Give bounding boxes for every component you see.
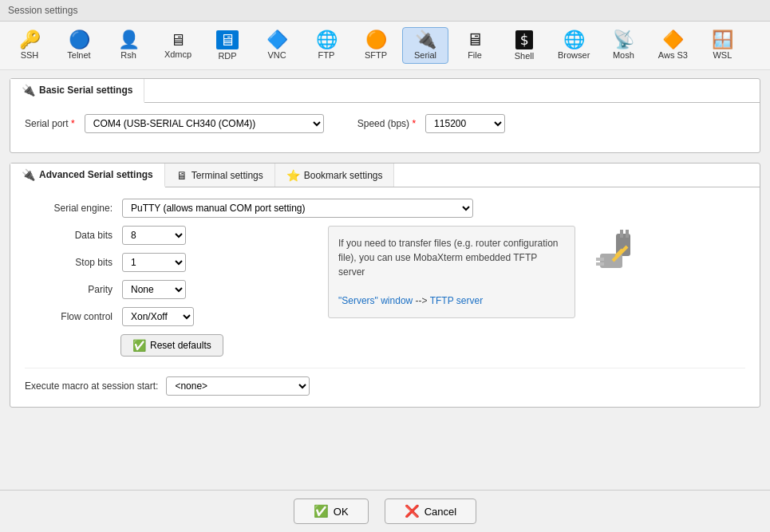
advanced-left: Data bits 8 Stop bits 1 Parity: [25, 226, 312, 357]
xdmcp-label: Xdmcp: [164, 49, 192, 59]
telnet-icon: 🔵: [69, 31, 90, 49]
arrow-text: -->: [416, 295, 428, 306]
serial-label: Serial: [414, 50, 436, 60]
wsl-icon: 🪟: [712, 31, 733, 49]
cancel-label: Cancel: [424, 506, 456, 518]
ftp-label: FTP: [318, 50, 335, 60]
toolbar-item-rsh[interactable]: 👤 Rsh: [105, 27, 152, 64]
ssh-label: SSH: [21, 50, 39, 60]
bookmark-tab-label: Bookmark settings: [304, 170, 383, 181]
toolbar-item-ftp[interactable]: 🌐 FTP: [303, 27, 349, 64]
parity-select[interactable]: None: [122, 280, 186, 299]
data-bits-label: Data bits: [25, 230, 113, 241]
advanced-tab-icon: 🔌: [22, 168, 35, 181]
toolbar-item-serial[interactable]: 🔌 Serial: [402, 27, 448, 64]
reset-label: Reset defaults: [150, 340, 211, 351]
speed-select[interactable]: 115200: [425, 114, 505, 133]
basic-section: 🔌 Basic Serial settings Serial port * CO…: [10, 78, 760, 153]
info-box: If you need to transfer files (e.g. rout…: [328, 226, 575, 318]
awss3-label: Aws S3: [658, 50, 688, 60]
main-content: 🔌 Basic Serial settings Serial port * CO…: [0, 70, 770, 473]
engine-label: Serial engine:: [25, 203, 113, 214]
plugin-icon: [592, 226, 648, 282]
cancel-button[interactable]: ❌ Cancel: [385, 499, 476, 524]
svg-rect-4: [596, 258, 604, 261]
sftp-icon: 🟠: [365, 31, 387, 49]
bookmark-tab-icon: ⭐: [286, 169, 300, 182]
serial-port-row: Serial port * COM4 (USB-SERIAL CH340 (CO…: [25, 114, 745, 133]
toolbar-item-sftp[interactable]: 🟠 SFTP: [353, 27, 399, 64]
basic-section-tabs: 🔌 Basic Serial settings: [10, 79, 760, 103]
awss3-icon: 🔶: [662, 31, 684, 49]
toolbar-item-telnet[interactable]: 🔵 Telnet: [56, 27, 102, 64]
svg-rect-2: [626, 230, 629, 238]
serial-port-required: *: [71, 118, 75, 129]
svg-rect-1: [620, 230, 623, 238]
toolbar-item-rdp[interactable]: 🖥 RDP: [204, 26, 251, 65]
toolbar-item-ssh[interactable]: 🔑 SSH: [6, 27, 53, 64]
advanced-section-tabs: 🔌 Advanced Serial settings 🖥 Terminal se…: [10, 164, 760, 187]
toolbar-item-wsl[interactable]: 🪟 WSL: [699, 27, 745, 64]
engine-select[interactable]: PuTTY (allows manual COM port setting): [122, 199, 473, 218]
vnc-icon: 🔷: [267, 31, 288, 49]
toolbar-item-browser[interactable]: 🌐 Browser: [551, 27, 597, 64]
mosh-icon: 📡: [613, 31, 634, 49]
serial-icon: 🔌: [415, 31, 436, 49]
info-text: If you need to transfer files (e.g. rout…: [338, 238, 558, 278]
toolbar-item-shell[interactable]: $ Shell: [501, 26, 547, 65]
browser-icon: 🌐: [563, 31, 585, 49]
ftp-icon: 🌐: [316, 31, 338, 49]
flow-select[interactable]: Xon/Xoff: [122, 307, 194, 326]
toolbar-item-mosh[interactable]: 📡 Mosh: [600, 27, 646, 64]
advanced-section: 🔌 Advanced Serial settings 🖥 Terminal se…: [10, 163, 760, 408]
plugin-icon-area: [588, 226, 652, 282]
ok-button[interactable]: ✅ OK: [294, 499, 369, 524]
vnc-label: VNC: [267, 50, 286, 60]
mosh-label: Mosh: [613, 50, 634, 60]
ok-label: OK: [334, 506, 349, 518]
stop-bits-select[interactable]: 1: [122, 253, 186, 272]
file-label: File: [468, 50, 482, 60]
data-bits-select[interactable]: 8: [122, 226, 186, 245]
telnet-label: Telnet: [67, 50, 90, 60]
data-bits-row: Data bits 8: [25, 226, 312, 245]
sftp-label: SFTP: [365, 50, 387, 60]
speed-label: Speed (bps) *: [357, 118, 416, 129]
basic-tab-icon: 🔌: [22, 84, 35, 97]
reset-defaults-button[interactable]: ✅ Reset defaults: [120, 334, 223, 357]
speed-required: *: [412, 118, 416, 129]
cancel-icon: ❌: [405, 504, 420, 518]
toolbar-item-file[interactable]: 🖥 File: [452, 27, 498, 64]
tab-basic-serial[interactable]: 🔌 Basic Serial settings: [10, 79, 144, 103]
ssh-icon: 🔑: [19, 31, 41, 49]
serial-port-select[interactable]: COM4 (USB-SERIAL CH340 (COM4)): [85, 114, 324, 133]
flow-control-label: Flow control: [25, 311, 113, 322]
advanced-grid: Data bits 8 Stop bits 1 Parity: [25, 226, 745, 357]
browser-label: Browser: [558, 50, 590, 60]
wsl-label: WSL: [713, 50, 732, 60]
macro-select[interactable]: <none>: [166, 376, 310, 396]
tab-bookmark-settings[interactable]: ⭐ Bookmark settings: [275, 164, 395, 187]
bottom-bar: ✅ OK ❌ Cancel: [0, 490, 770, 532]
rsh-icon: 👤: [118, 31, 140, 49]
advanced-right: If you need to transfer files (e.g. rout…: [328, 226, 745, 357]
serial-port-label: Serial port *: [25, 118, 75, 129]
parity-label: Parity: [25, 284, 113, 295]
tab-terminal-settings[interactable]: 🖥 Terminal settings: [165, 164, 275, 187]
servers-window-link[interactable]: "Servers" window: [338, 295, 416, 306]
terminal-tab-label: Terminal settings: [192, 170, 263, 181]
toolbar-item-awss3[interactable]: 🔶 Aws S3: [650, 27, 696, 64]
toolbar-item-vnc[interactable]: 🔷 VNC: [254, 27, 300, 64]
advanced-tab-label: Advanced Serial settings: [39, 169, 153, 180]
rsh-label: Rsh: [120, 50, 136, 60]
tftp-server-link[interactable]: TFTP server: [430, 295, 483, 306]
svg-rect-5: [596, 262, 604, 266]
parity-row: Parity None: [25, 280, 312, 299]
toolbar-item-xdmcp[interactable]: 🖥 Xdmcp: [155, 28, 201, 63]
title-bar: Session settings: [0, 0, 770, 22]
tab-advanced-serial[interactable]: 🔌 Advanced Serial settings: [10, 164, 165, 187]
engine-row: Serial engine: PuTTY (allows manual COM …: [25, 199, 745, 218]
file-icon: 🖥: [466, 31, 484, 49]
shell-icon: $: [515, 30, 534, 49]
advanced-section-body: Serial engine: PuTTY (allows manual COM …: [10, 187, 760, 407]
